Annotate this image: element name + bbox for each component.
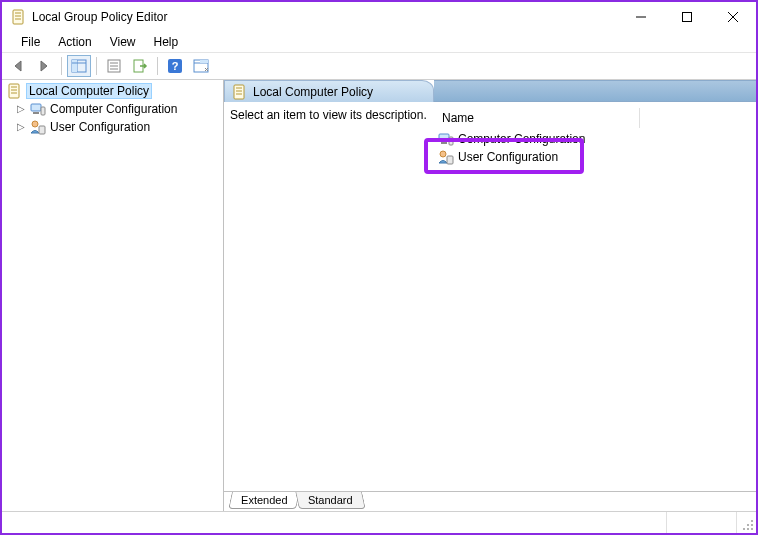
properties-icon xyxy=(106,58,122,74)
content-header-bar xyxy=(434,80,756,102)
close-button[interactable] xyxy=(710,2,756,32)
app-window: Local Group Policy Editor File Action Vi… xyxy=(0,0,758,535)
svg-point-32 xyxy=(751,528,753,530)
tree-item-label: Computer Configuration xyxy=(50,102,177,116)
list-items: Computer Configuration User Configuratio… xyxy=(436,128,756,166)
description-prompt: Select an item to view its description. xyxy=(230,108,427,122)
policy-icon xyxy=(231,84,247,100)
app-icon xyxy=(10,9,26,25)
export-icon xyxy=(132,58,148,74)
toolbar-separator xyxy=(96,57,97,75)
toolbar-separator xyxy=(157,57,158,75)
list-column: Name Computer Configuration User Configu… xyxy=(436,108,756,491)
chevron-right-icon[interactable]: ▷ xyxy=(16,104,26,114)
content-header-tab: Local Computer Policy xyxy=(224,80,434,102)
svg-point-30 xyxy=(743,528,745,530)
list-item-label: User Configuration xyxy=(458,150,558,164)
help-icon xyxy=(167,58,183,74)
content-header: Local Computer Policy xyxy=(224,80,756,102)
back-icon xyxy=(10,58,26,74)
statusbar xyxy=(2,511,756,533)
description-column: Select an item to view its description. xyxy=(228,108,436,491)
menu-file[interactable]: File xyxy=(12,33,49,51)
list-header[interactable]: Name xyxy=(436,108,756,128)
svg-point-28 xyxy=(747,524,749,526)
tab-standard[interactable]: Standard xyxy=(296,492,366,509)
panes-icon xyxy=(71,58,87,74)
svg-point-31 xyxy=(747,528,749,530)
forward-button[interactable] xyxy=(32,55,56,77)
computer-icon xyxy=(438,131,454,147)
filter-button[interactable] xyxy=(189,55,213,77)
status-cell xyxy=(666,512,736,533)
help-button[interactable] xyxy=(163,55,187,77)
column-name[interactable]: Name xyxy=(440,108,640,128)
toolbar-separator xyxy=(61,57,62,75)
tab-extended[interactable]: Extended xyxy=(228,492,300,509)
toolbar xyxy=(2,52,756,80)
list-item-label: Computer Configuration xyxy=(458,132,585,146)
maximize-button[interactable] xyxy=(664,2,710,32)
tree-root-label: Local Computer Policy xyxy=(26,83,152,99)
user-icon xyxy=(438,149,454,165)
content-header-label: Local Computer Policy xyxy=(253,85,373,99)
show-tree-button[interactable] xyxy=(67,55,91,77)
computer-icon xyxy=(30,101,46,117)
user-icon xyxy=(30,119,46,135)
tree-item-label: User Configuration xyxy=(50,120,150,134)
resize-grip[interactable] xyxy=(736,512,756,533)
list-item-user-configuration[interactable]: User Configuration xyxy=(436,148,756,166)
menu-action[interactable]: Action xyxy=(49,33,100,51)
tree-item-user-configuration[interactable]: ▷ User Configuration xyxy=(4,118,221,136)
titlebar: Local Group Policy Editor xyxy=(2,2,756,32)
tree-pane[interactable]: Local Computer Policy ▷ Computer Configu… xyxy=(2,80,224,511)
chevron-right-icon[interactable]: ▷ xyxy=(16,122,26,132)
tree-root[interactable]: Local Computer Policy xyxy=(4,82,221,100)
svg-point-29 xyxy=(751,524,753,526)
forward-icon xyxy=(36,58,52,74)
list-item-computer-configuration[interactable]: Computer Configuration xyxy=(436,130,756,148)
content-pane: Local Computer Policy Select an item to … xyxy=(224,80,756,511)
properties-button[interactable] xyxy=(102,55,126,77)
status-cell xyxy=(2,512,666,533)
filter-icon xyxy=(193,58,209,74)
minimize-button[interactable] xyxy=(618,2,664,32)
policy-icon xyxy=(6,83,22,99)
menu-help[interactable]: Help xyxy=(145,33,188,51)
main-split: Local Computer Policy ▷ Computer Configu… xyxy=(2,80,756,511)
export-button[interactable] xyxy=(128,55,152,77)
menubar: File Action View Help xyxy=(2,32,756,52)
window-title: Local Group Policy Editor xyxy=(32,10,618,24)
tree-item-computer-configuration[interactable]: ▷ Computer Configuration xyxy=(4,100,221,118)
back-button[interactable] xyxy=(6,55,30,77)
svg-point-27 xyxy=(751,520,753,522)
svg-rect-24 xyxy=(683,13,692,22)
menu-view[interactable]: View xyxy=(101,33,145,51)
view-tabs: Extended Standard xyxy=(224,491,756,511)
